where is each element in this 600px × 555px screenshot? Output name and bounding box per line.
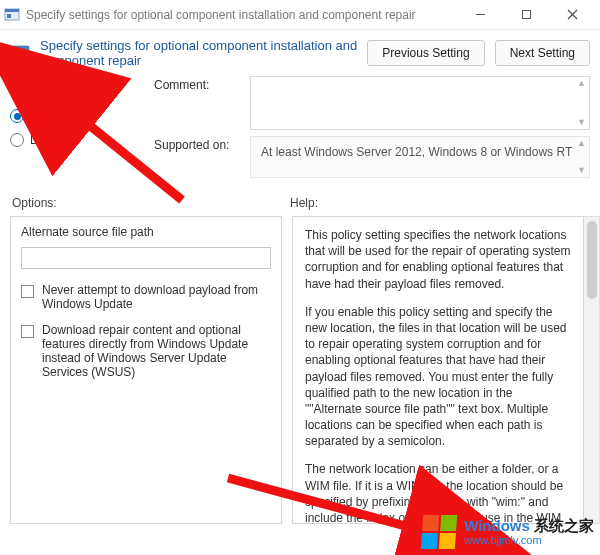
help-heading: Help:	[290, 196, 318, 210]
help-scrollbar[interactable]	[584, 216, 600, 524]
radio-label: Not Configured	[30, 85, 111, 99]
watermark-url: www.bjjmlv.com	[464, 534, 594, 546]
scrollbar-thumb[interactable]	[587, 221, 597, 299]
alt-path-label: Alternate source file path	[21, 225, 271, 239]
next-setting-button[interactable]: Next Setting	[495, 40, 590, 66]
policy-icon	[10, 43, 30, 63]
help-panel: This policy setting specifies the networ…	[292, 216, 584, 524]
scroll-up-icon: ▲	[577, 139, 586, 148]
svg-rect-2	[7, 14, 11, 18]
options-heading: Options:	[12, 196, 280, 210]
radio-enabled[interactable]: Enabled	[10, 104, 138, 128]
help-paragraph: If you enable this policy setting and sp…	[305, 304, 571, 450]
svg-rect-1	[5, 9, 19, 12]
comment-label: Comment:	[154, 76, 242, 92]
minimize-button[interactable]	[466, 1, 494, 29]
radio-disabled[interactable]: Disabled	[10, 128, 138, 152]
scroll-up-icon: ▲	[577, 79, 586, 88]
app-icon	[4, 7, 20, 23]
maximize-button[interactable]	[512, 1, 540, 29]
state-radio-group: Not Configured Enabled Disabled	[10, 76, 138, 184]
radio-label: Enabled	[30, 109, 74, 123]
svg-rect-8	[11, 46, 29, 50]
watermark: Windows 系统之家 www.bjjmlv.com	[422, 515, 594, 549]
option-download-direct[interactable]: Download repair content and optional fea…	[21, 323, 271, 379]
checkbox-icon	[21, 285, 34, 298]
close-button[interactable]	[558, 1, 586, 29]
window-controls	[466, 1, 596, 29]
checkbox-label: Download repair content and optional fea…	[42, 323, 271, 379]
content-row: Alternate source file path Never attempt…	[0, 214, 600, 524]
supported-on-box: At least Windows Server 2012, Windows 8 …	[250, 136, 590, 178]
alt-path-input[interactable]	[21, 247, 271, 269]
svg-rect-4	[522, 11, 530, 19]
help-paragraph: This policy setting specifies the networ…	[305, 227, 571, 292]
scroll-down-icon: ▼	[577, 118, 586, 127]
header-row: Specify settings for optional component …	[0, 30, 600, 76]
svg-rect-11	[21, 55, 27, 57]
section-labels: Options: Help:	[0, 192, 600, 214]
page-title: Specify settings for optional component …	[40, 38, 357, 68]
radio-icon	[10, 133, 24, 147]
titlebar: Specify settings for optional component …	[0, 0, 600, 30]
window-title: Specify settings for optional component …	[26, 8, 466, 22]
watermark-brand: Windows	[464, 517, 530, 534]
option-never-download[interactable]: Never attempt to download payload from W…	[21, 283, 271, 311]
supported-on-text: At least Windows Server 2012, Windows 8 …	[261, 145, 572, 159]
radio-label: Disabled	[30, 133, 77, 147]
radio-icon	[10, 85, 24, 99]
radio-icon	[10, 109, 24, 123]
supported-on-label: Supported on:	[154, 136, 242, 152]
comment-textarea[interactable]: ▲ ▼	[250, 76, 590, 130]
radio-not-configured[interactable]: Not Configured	[10, 80, 138, 104]
svg-rect-9	[13, 52, 19, 57]
detail-pane: Comment: ▲ ▼ Supported on: At least Wind…	[154, 76, 590, 184]
config-area: Not Configured Enabled Disabled Comment:…	[0, 76, 600, 192]
options-panel: Alternate source file path Never attempt…	[10, 216, 282, 524]
help-wrap: This policy setting specifies the networ…	[292, 216, 600, 524]
windows-logo-icon	[421, 515, 457, 549]
checkbox-label: Never attempt to download payload from W…	[42, 283, 271, 311]
scroll-down-icon: ▼	[577, 166, 586, 175]
previous-setting-button[interactable]: Previous Setting	[367, 40, 484, 66]
watermark-cn: 系统之家	[534, 517, 594, 534]
svg-rect-10	[21, 52, 27, 54]
checkbox-icon	[21, 325, 34, 338]
